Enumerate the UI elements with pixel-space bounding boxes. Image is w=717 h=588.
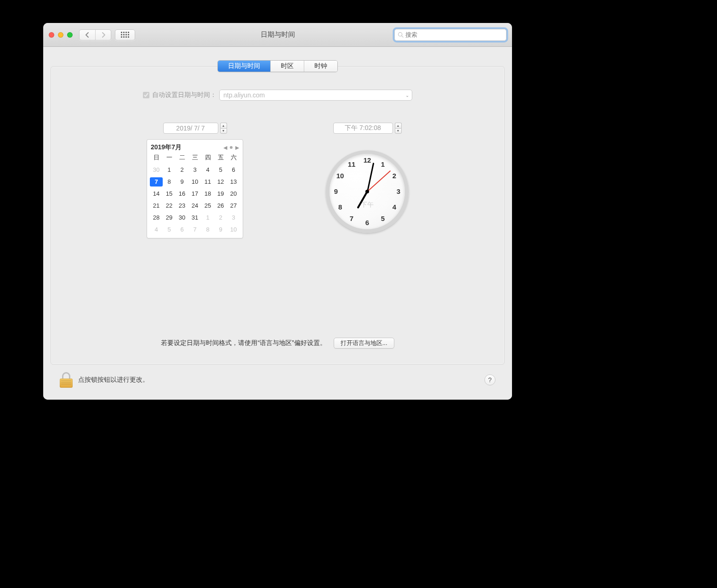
- calendar-dow: 六: [227, 153, 240, 163]
- clock-number: 7: [347, 214, 356, 223]
- calendar-day[interactable]: 3: [188, 165, 201, 175]
- main-panel: 日期与时间 时区 时钟 自动设置日期与时间： ntp.aliyun.com ⌄: [51, 66, 505, 365]
- clock-number: 4: [390, 203, 399, 212]
- back-button[interactable]: [80, 30, 95, 40]
- calendar-day[interactable]: 5: [214, 165, 227, 175]
- calendar-day: 1: [201, 213, 214, 222]
- calendar-day[interactable]: 22: [163, 201, 176, 210]
- calendar-prev-icon[interactable]: ◀: [223, 145, 227, 151]
- calendar-day[interactable]: 4: [201, 165, 214, 175]
- time-input[interactable]: [333, 123, 393, 134]
- chevron-down-icon: ⌄: [405, 93, 409, 98]
- nav-buttons: [79, 29, 111, 40]
- calendar-day: 5: [163, 225, 176, 234]
- preferences-window: 日期与时间 日期与时间 时区 时钟 自动设置日期与时间： ntp.aliyun.…: [43, 23, 512, 400]
- clock-number: 11: [347, 160, 356, 169]
- close-icon[interactable]: [49, 32, 54, 38]
- time-step-up[interactable]: ▲: [395, 123, 402, 128]
- calendar-day[interactable]: 31: [188, 213, 201, 222]
- calendar-day[interactable]: 12: [214, 177, 227, 187]
- calendar-day[interactable]: 6: [227, 165, 240, 175]
- search-input[interactable]: [405, 31, 503, 38]
- calendar-day[interactable]: 18: [201, 189, 214, 198]
- open-language-region-button[interactable]: 打开语言与地区...: [334, 338, 394, 349]
- help-button[interactable]: ?: [484, 374, 495, 385]
- calendar-day[interactable]: 23: [176, 201, 188, 210]
- lock-icon[interactable]: [60, 372, 73, 388]
- clock-number: 8: [336, 203, 345, 212]
- calendar-day[interactable]: 29: [163, 213, 176, 222]
- clock-number: 9: [331, 187, 341, 196]
- clock-number: 2: [390, 171, 399, 181]
- calendar-day[interactable]: 20: [227, 189, 240, 198]
- calendar-day[interactable]: 24: [188, 201, 201, 210]
- calendar-dow: 三: [188, 153, 201, 163]
- date-input[interactable]: [163, 123, 218, 134]
- calendar-day: 7: [188, 225, 201, 234]
- date-stepper-field: ▲ ▼: [163, 123, 227, 134]
- date-step-down[interactable]: ▼: [220, 128, 227, 134]
- calendar-day[interactable]: 21: [150, 201, 163, 210]
- calendar-next-icon[interactable]: ▶: [235, 145, 239, 151]
- calendar-day[interactable]: 16: [176, 189, 188, 198]
- zoom-icon[interactable]: [67, 32, 73, 38]
- lock-hint-text: 点按锁按钮以进行更改。: [78, 376, 149, 384]
- calendar-day: 3: [227, 213, 240, 222]
- content-area: 日期与时间 时区 时钟 自动设置日期与时间： ntp.aliyun.com ⌄: [43, 47, 512, 400]
- calendar-dow: 二: [176, 153, 188, 163]
- calendar-grid: 日一二三四五六301234567891011121314151617181920…: [150, 153, 240, 234]
- calendar-day[interactable]: 7: [150, 177, 163, 187]
- minimize-icon[interactable]: [58, 32, 63, 38]
- calendar-day[interactable]: 13: [227, 177, 240, 187]
- date-time-row: ▲ ▼ 2019年7月 ◀ ▶ 日一二三: [51, 123, 504, 238]
- calendar[interactable]: 2019年7月 ◀ ▶ 日一二三四五六301234567891011121314…: [147, 139, 243, 238]
- time-column: ▲ ▼ 下午 121234567891011: [326, 123, 409, 233]
- calendar-day[interactable]: 19: [214, 189, 227, 198]
- search-field[interactable]: [394, 29, 506, 41]
- calendar-day: 9: [214, 225, 227, 234]
- calendar-day: 8: [201, 225, 214, 234]
- calendar-day[interactable]: 17: [188, 189, 201, 198]
- calendar-day[interactable]: 25: [201, 201, 214, 210]
- auto-set-row: 自动设置日期与时间： ntp.aliyun.com ⌄: [51, 90, 504, 101]
- grid-icon: [121, 32, 129, 38]
- calendar-day: 30: [150, 165, 163, 175]
- time-stepper: ▲ ▼: [395, 123, 402, 134]
- calendar-day[interactable]: 2: [176, 165, 188, 175]
- clock-number: 10: [336, 171, 345, 181]
- calendar-day[interactable]: 30: [176, 213, 188, 222]
- tab-date-time[interactable]: 日期与时间: [218, 61, 270, 72]
- time-step-down[interactable]: ▼: [395, 128, 402, 134]
- analog-clock: 下午 121234567891011: [326, 150, 409, 233]
- calendar-header: 2019年7月 ◀ ▶: [150, 142, 240, 153]
- calendar-day[interactable]: 1: [163, 165, 176, 175]
- calendar-day[interactable]: 10: [188, 177, 201, 187]
- time-server-combo[interactable]: ntp.aliyun.com ⌄: [219, 90, 412, 101]
- calendar-today-icon[interactable]: [230, 146, 233, 149]
- format-hint-text: 若要设定日期与时间格式，请使用“语言与地区”偏好设置。: [161, 339, 326, 347]
- date-column: ▲ ▼ 2019年7月 ◀ ▶ 日一二三: [147, 123, 243, 238]
- calendar-day[interactable]: 15: [163, 189, 176, 198]
- date-step-up[interactable]: ▲: [220, 123, 227, 128]
- calendar-day[interactable]: 9: [176, 177, 188, 187]
- calendar-day[interactable]: 26: [214, 201, 227, 210]
- clock-pin: [365, 190, 369, 193]
- calendar-day: 6: [176, 225, 188, 234]
- clock-number: 3: [394, 187, 403, 196]
- tab-clock[interactable]: 时钟: [304, 61, 337, 72]
- calendar-day[interactable]: 8: [163, 177, 176, 187]
- calendar-day[interactable]: 14: [150, 189, 163, 198]
- tab-bar: 日期与时间 时区 时钟: [217, 60, 338, 72]
- tab-timezone[interactable]: 时区: [270, 61, 304, 72]
- clock-number: 5: [378, 214, 387, 223]
- calendar-day[interactable]: 28: [150, 213, 163, 222]
- date-stepper: ▲ ▼: [220, 123, 227, 134]
- calendar-day[interactable]: 11: [201, 177, 214, 187]
- clock-number: 1: [378, 160, 387, 169]
- auto-set-checkbox[interactable]: [143, 92, 149, 98]
- forward-button[interactable]: [95, 30, 111, 40]
- calendar-day[interactable]: 27: [227, 201, 240, 210]
- show-all-button[interactable]: [115, 29, 135, 40]
- calendar-dow: 四: [201, 153, 214, 163]
- calendar-dow: 日: [150, 153, 163, 163]
